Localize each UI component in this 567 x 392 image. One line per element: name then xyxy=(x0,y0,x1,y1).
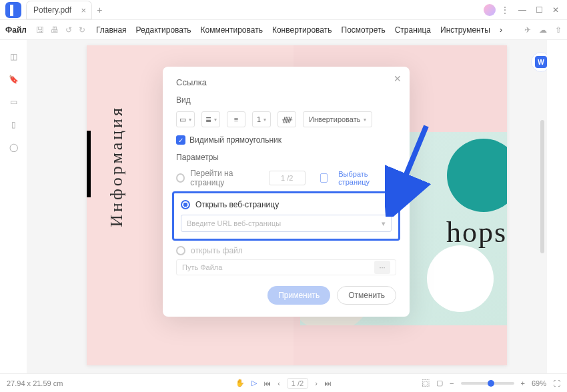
tab-label: Pottery.pdf xyxy=(33,5,71,15)
zoom-value: 69% xyxy=(532,379,546,387)
nav-home[interactable]: Главная xyxy=(96,25,127,35)
search-icon[interactable]: ◯ xyxy=(9,143,18,152)
open-web-section: Открыть веб-страницу Введите URL веб-стр… xyxy=(172,191,400,241)
open-file-row[interactable]: открыть файл xyxy=(176,246,396,255)
dialog-buttons: Применить Отменить xyxy=(176,286,396,305)
nav-more-icon[interactable]: › xyxy=(500,25,502,35)
nav-comment[interactable]: Комментировать xyxy=(201,25,263,35)
view-row: ▭▾ ≣▾ ≡ 1▾ ᚏ Инвертировать▾ xyxy=(176,111,396,127)
browse-button[interactable]: ··· xyxy=(374,261,390,274)
statusbar: 27.94 x 21.59 cm ✋ ▷ ⏮ ‹ 1 /2 › ⏭ ⿴ ▢ − … xyxy=(0,373,567,392)
goto-page-value[interactable]: 1 /2 xyxy=(269,171,306,185)
scrollbar[interactable] xyxy=(540,120,544,253)
statusbar-right: ⿴ ▢ − + 69% ⛶ xyxy=(422,379,560,387)
dialog-title: Ссылка xyxy=(176,77,396,87)
left-rail: ◫ 🔖 ▭ ▯ ◯ xyxy=(0,40,27,373)
nav-view[interactable]: Посмотреть xyxy=(342,25,386,35)
first-page-icon[interactable]: ⏮ xyxy=(263,379,271,387)
visible-rect-row[interactable]: ✓ Видимый прямоугольник xyxy=(176,135,396,145)
checkbox-visible-rect[interactable]: ✓ xyxy=(176,135,185,145)
save-icon[interactable]: 🖫 xyxy=(36,25,44,35)
nav-convert[interactable]: Конвертировать xyxy=(272,25,332,35)
page-bar xyxy=(87,131,91,197)
avatar[interactable] xyxy=(484,4,496,16)
nav-tools[interactable]: Инструменты xyxy=(440,25,490,35)
dialog-close-icon[interactable]: ✕ xyxy=(394,73,402,84)
app-icon: ▌ xyxy=(5,2,21,18)
page-indicator[interactable]: 1 /2 xyxy=(287,378,308,389)
page-headline-fragment: hops xyxy=(446,215,507,249)
goto-page-label: Перейти на страницу xyxy=(190,169,263,187)
open-file-label: открыть файл xyxy=(191,246,243,255)
bookmark-icon[interactable]: 🔖 xyxy=(9,75,19,84)
titlebar: ▌ Pottery.pdf × + ⋮ — ☐ ✕ xyxy=(0,0,567,20)
toolbar-right: ✈ ☁ ⇧ xyxy=(524,25,562,35)
radio-open-web[interactable] xyxy=(181,200,190,209)
radio-open-file[interactable] xyxy=(176,246,185,255)
print-icon[interactable]: 🖶 xyxy=(51,25,59,35)
window-controls: ⋮ — ☐ ✕ xyxy=(501,5,567,15)
cancel-button[interactable]: Отменить xyxy=(337,286,396,305)
more-icon[interactable]: ⋮ xyxy=(501,5,509,15)
attachment-icon[interactable]: ▯ xyxy=(11,120,16,129)
tab-document[interactable]: Pottery.pdf × xyxy=(27,1,91,19)
page-vertical-text: Информация xyxy=(107,105,127,227)
url-placeholder: Введите URL веб-страницы xyxy=(187,219,281,227)
toolbar: Файл 🖫 🖶 ↺ ↻ Главная Редактировать Комме… xyxy=(0,20,567,40)
zoom-slider[interactable] xyxy=(461,382,514,385)
thumbnails-icon[interactable]: ◫ xyxy=(10,52,17,61)
link-dialog: Ссылка ✕ Вид ▭▾ ≣▾ ≡ 1▾ ᚏ Инвертировать▾… xyxy=(163,67,410,317)
brush-tool[interactable]: ᚏ xyxy=(277,111,296,127)
thickness-tool[interactable]: 1▾ xyxy=(252,111,271,127)
main-nav: Главная Редактировать Комментировать Кон… xyxy=(96,25,502,35)
fit-page-icon[interactable]: ▢ xyxy=(436,379,443,387)
close-window-icon[interactable]: ✕ xyxy=(552,5,559,15)
cloud-icon[interactable]: ☁ xyxy=(539,25,547,35)
file-path-input[interactable]: Путь Файла ··· xyxy=(176,259,396,275)
file-path-placeholder: Путь Файла xyxy=(182,263,222,271)
page-dimensions: 27.94 x 21.59 cm xyxy=(7,379,63,387)
close-icon[interactable]: × xyxy=(81,5,87,15)
invert-dropdown[interactable]: Инвертировать▾ xyxy=(303,111,372,127)
page-icon xyxy=(320,173,328,183)
select-tool-icon[interactable]: ▷ xyxy=(251,379,257,387)
url-input[interactable]: Введите URL веб-страницы ▾ xyxy=(181,215,392,232)
redo-icon[interactable]: ↻ xyxy=(79,25,85,35)
border-style-tool[interactable]: ▭▾ xyxy=(176,111,195,127)
maximize-icon[interactable]: ☐ xyxy=(536,5,543,15)
visible-rect-label: Видимый прямоугольник xyxy=(189,135,281,145)
hand-tool-icon[interactable]: ✋ xyxy=(235,379,245,387)
fullscreen-icon[interactable]: ⛶ xyxy=(553,379,560,387)
section-params-label: Параметры xyxy=(176,153,396,162)
menu-file[interactable]: Файл xyxy=(5,25,27,35)
undo-icon[interactable]: ↺ xyxy=(65,25,72,35)
goto-page-row[interactable]: Перейти на страницу 1 /2 Выбрать страниц… xyxy=(176,169,396,187)
add-tab-button[interactable]: + xyxy=(97,5,102,15)
align-tool[interactable]: ≡ xyxy=(227,111,245,127)
radio-goto-page[interactable] xyxy=(176,173,185,183)
apply-button[interactable]: Применить xyxy=(267,286,330,305)
nav-edit[interactable]: Редактировать xyxy=(136,25,191,35)
statusbar-center: ✋ ▷ ⏮ ‹ 1 /2 › ⏭ xyxy=(235,378,332,389)
select-page-link[interactable]: Выбрать страницу xyxy=(338,170,396,186)
section-view-label: Вид xyxy=(176,95,396,105)
prev-page-icon[interactable]: ‹ xyxy=(277,379,280,387)
zoom-out-button[interactable]: − xyxy=(450,379,454,387)
minimize-icon[interactable]: — xyxy=(518,5,526,15)
line-style-tool[interactable]: ≣▾ xyxy=(201,111,220,127)
share-icon[interactable]: ⇧ xyxy=(555,25,562,35)
annotation-icon[interactable]: ▭ xyxy=(10,97,17,107)
nav-page[interactable]: Страница xyxy=(395,25,431,35)
open-web-label: Открыть веб-страницу xyxy=(195,200,279,209)
next-page-icon[interactable]: › xyxy=(315,379,318,387)
last-page-icon[interactable]: ⏭ xyxy=(324,379,332,387)
fit-width-icon[interactable]: ⿴ xyxy=(422,379,430,387)
zoom-in-button[interactable]: + xyxy=(521,379,525,387)
send-icon[interactable]: ✈ xyxy=(524,25,531,35)
chevron-down-icon: ▾ xyxy=(382,219,386,228)
word-export-badge[interactable]: W xyxy=(531,52,547,72)
